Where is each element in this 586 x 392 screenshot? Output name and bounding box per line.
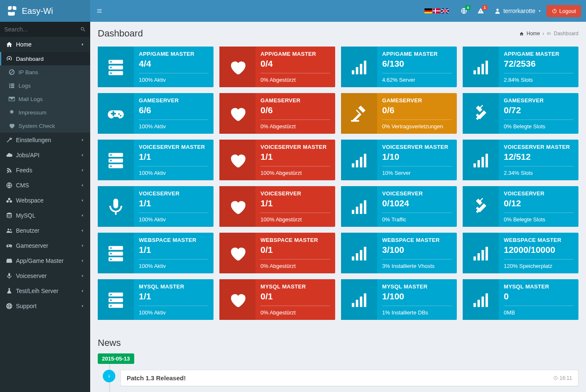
card-icon-box [341, 47, 377, 87]
stat-card[interactable]: MYSQL MASTER 0/1 0% Abgestürzt [219, 279, 335, 320]
breadcrumb-home[interactable]: Home [526, 31, 540, 36]
card-title: VOICESERVER MASTER [260, 144, 330, 150]
stat-card[interactable]: GAMESERVER 0/6 0% Vertragsverletzungen [341, 93, 457, 134]
brand-logo[interactable]: Easy-Wi [0, 0, 90, 22]
sidebar-item[interactable]: Gameserver [0, 238, 90, 253]
card-title: VOICESERVER MASTER [139, 144, 208, 150]
sidebar-sub-item[interactable]: Dashboard [0, 52, 90, 65]
heart-icon [228, 244, 247, 263]
card-value: 1/10 [382, 150, 452, 166]
rss-icon [6, 167, 13, 174]
signal-icon [471, 57, 490, 77]
sidebar-item[interactable]: Voiceserver [0, 268, 90, 283]
card-title: MYSQL MASTER [139, 283, 208, 290]
label: Feeds [16, 167, 32, 174]
sidebar-sub-item[interactable]: Impressum [0, 106, 90, 119]
card-footer: 2.34% Slots [504, 166, 573, 180]
sidebar-item[interactable]: Feeds [0, 163, 90, 178]
stat-card[interactable]: WEBSPACE MASTER 0/1 0% Abgestürzt [219, 233, 335, 273]
brand-text: Easy-Wi [22, 6, 53, 16]
flask-icon [6, 288, 13, 294]
news-date-badge: 2015-05-13 [98, 353, 134, 364]
sidebar-item[interactable]: Support [0, 299, 90, 314]
card-footer: 0% Vertragsverletzungen [382, 119, 452, 134]
sidebar-item[interactable]: MySQL [0, 208, 90, 223]
stat-card[interactable]: WEBSPACE MASTER 1/1 100% Aktiv [98, 233, 214, 273]
stat-card[interactable]: VOICESERVER 1/1 100% Abgestürzt [219, 186, 335, 227]
plug-icon [471, 197, 490, 216]
chevron-left-icon [80, 213, 84, 218]
nav-warnings[interactable]: 1 [472, 2, 489, 20]
card-value: 0/6 [260, 104, 330, 119]
sidebar-search [0, 22, 90, 37]
card-value: 0 [504, 290, 573, 306]
signal-icon [349, 290, 369, 309]
stat-card[interactable]: GAMESERVER 6/6 100% Aktiv [98, 93, 214, 134]
card-value: 1/1 [139, 290, 208, 306]
stat-card[interactable]: VOICESERVER MASTER 12/512 2.34% Slots [463, 140, 578, 180]
sidebar-item[interactable]: Einstellungen [0, 132, 90, 148]
label: Impressum [18, 109, 47, 116]
flag-dk[interactable] [433, 8, 440, 13]
search-icon[interactable] [80, 26, 86, 32]
logout-button[interactable]: Logout [547, 5, 581, 17]
card-footer: 0% Abgestürzt [260, 259, 330, 273]
news-box[interactable]: Patch 1.3 Released! 16:11 [120, 370, 578, 386]
sidebar-item[interactable]: App/Game Master [0, 253, 90, 268]
stat-card[interactable]: VOICESERVER MASTER 1/10 10% Server [341, 140, 457, 180]
info-icon [107, 373, 111, 379]
stat-card[interactable]: APP/GAME MASTER 0/4 0% Abgestürzt [219, 47, 335, 87]
stat-card[interactable]: GAMESERVER 0/72 0% Belegte Slots [463, 93, 578, 134]
signal-icon [349, 151, 369, 170]
news-item: Patch 1.3 Released! 16:11 [98, 370, 578, 386]
flag-uk[interactable] [441, 8, 449, 13]
sidebar-sub-item[interactable]: Logs [0, 79, 90, 92]
card-title: APP/GAME MASTER [260, 51, 330, 57]
home-icon [6, 41, 13, 48]
card-title: WEBSPACE MASTER [260, 237, 330, 243]
sidebar-item[interactable]: CMS [0, 178, 90, 193]
stat-card[interactable]: WEBSPACE MASTER 12000/10000 120% Speiche… [463, 233, 578, 273]
sidebar-item[interactable]: Jobs/API [0, 148, 90, 163]
chevron-down-icon [80, 42, 84, 47]
card-value: 12/512 [504, 150, 573, 166]
nav-notifications[interactable]: 4 [456, 2, 472, 20]
card-title: MYSQL MASTER [504, 283, 573, 290]
sidebar-sub-item[interactable]: IP Bans [0, 65, 90, 79]
stat-card[interactable]: VOICESERVER 0/12 0% Belegte Slots [463, 186, 578, 227]
label: Voiceserver [16, 273, 47, 279]
stat-card[interactable]: VOICESERVER MASTER 1/1 100% Aktiv [98, 140, 214, 180]
card-footer: 0MB [504, 306, 573, 320]
power-icon [552, 8, 557, 14]
card-title: GAMESERVER [382, 97, 452, 104]
stat-card[interactable]: APP/GAME MASTER 72/2536 2.84% Slots [463, 47, 578, 87]
stat-card[interactable]: GAMESERVER 0/6 0% Abgestürzt [219, 93, 335, 134]
sidebar-item[interactable]: Benutzer [0, 223, 90, 238]
stat-card[interactable]: MYSQL MASTER 1/100 1% Installierte DBs [341, 279, 457, 320]
stat-card[interactable]: MYSQL MASTER 1/1 100% Aktiv [98, 279, 214, 320]
top-header: 4 1 terrorkarotte Logout [90, 0, 586, 22]
sidebar-sub-item[interactable]: System Check [0, 119, 90, 132]
sidebar-item-home[interactable]: Home DashboardIP BansLogsMail LogsImpres… [0, 37, 90, 132]
sidebar-item[interactable]: Webspace [0, 193, 90, 208]
sidebar-sub-item[interactable]: Mail Logs [0, 92, 90, 106]
card-footer: 2.84% Slots [504, 73, 573, 87]
stat-card[interactable]: APP/GAME MASTER 4/4 100% Aktiv [98, 47, 214, 87]
stat-card[interactable]: MYSQL MASTER 0 0MB [463, 279, 578, 320]
news-item-time: 16:11 [553, 375, 572, 381]
flag-de[interactable] [425, 8, 432, 13]
search-input[interactable] [4, 26, 80, 33]
card-title: VOICESERVER MASTER [382, 144, 452, 150]
bars-icon [96, 8, 103, 14]
sidebar-item[interactable]: Test/Leih Server [0, 283, 90, 299]
mic-icon [6, 273, 13, 279]
label: Webspace [16, 197, 44, 204]
nav-user-menu[interactable]: terrorkarotte [489, 2, 547, 20]
stat-card[interactable]: VOICESERVER MASTER 1/1 100% Abgestürzt [219, 140, 335, 180]
stat-card[interactable]: APP/GAME MASTER 6/130 4.62% Server [341, 47, 457, 87]
stat-card[interactable]: WEBSPACE MASTER 3/100 3% Installierte Vh… [341, 233, 457, 273]
card-footer: 120% Speicherplatz [504, 259, 573, 273]
sidebar-toggle[interactable] [90, 0, 109, 22]
stat-card[interactable]: VOICESERVER 1/1 100% Aktiv [98, 186, 214, 227]
stat-card[interactable]: VOICESERVER 0/1024 0% Traffic [341, 186, 457, 227]
